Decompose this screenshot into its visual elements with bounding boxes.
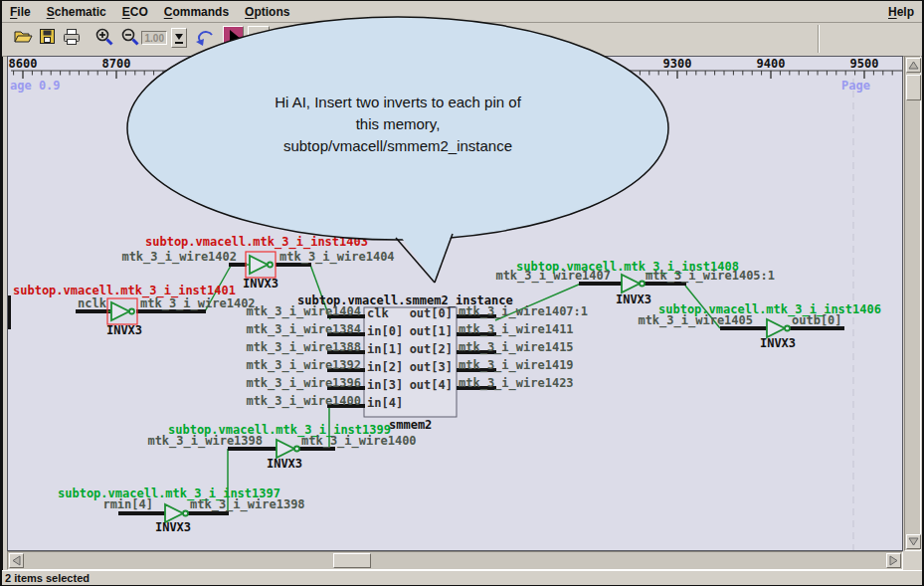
instance-inst1408[interactable]: subtop.vmacell.mtk_3_i_inst1408 mtk_3_i_… [495,260,775,306]
undo-icon[interactable] [195,29,217,47]
cell-label: INVX3 [243,277,278,291]
net-label: mtk_3_i_wire1400 [246,394,361,409]
net-label: mtk_3_i_wire1415 [459,340,574,355]
output-net-label: mtk_3_i_wire1400 [301,434,417,449]
ruler-label: 9400 [757,57,786,71]
memory-cell-label: smmem2 [389,418,432,432]
vertical-scrollbar[interactable] [904,56,921,551]
print-icon[interactable] [62,27,82,47]
vertical-scroll-thumb[interactable] [906,75,921,100]
toolbar-divider [818,25,819,53]
horizontal-scrollbar[interactable] [7,551,903,570]
scroll-up-button[interactable] [906,58,921,73]
cell-label: INVX3 [106,323,142,337]
menu-bar: File Schematic ECO Commands Options Help [2,1,922,23]
net-label: mtk_3_i_wire1407:1 [459,304,588,319]
scroll-down-button[interactable] [906,534,921,549]
net-label: mtk_3_i_wire1396 [246,376,361,391]
select-tool-button[interactable] [223,26,244,51]
zoom-out-icon[interactable] [120,27,140,49]
input-net-label: mtk_3_i_wire1402 [121,250,237,265]
cell-label: INVX3 [155,520,191,534]
output-net-label: mtk_3_i_wire1405:1 [646,269,775,284]
pin-label: in[3] [367,378,403,392]
output-net-label: outb[0] [792,313,842,327]
status-bar: 2 items selected [2,570,922,585]
pin-label: clk [367,306,389,320]
scroll-left-button[interactable] [9,553,24,568]
pin-label: out[0] [410,306,453,320]
schematic-editor-window: File Schematic ECO Commands Options Help [0,0,924,586]
zoom-in-icon[interactable] [94,27,114,49]
instance-label: subtop.vmacell.mtk_3_i_inst1403 [145,235,368,250]
menu-commands[interactable]: Commands [156,3,237,21]
pin-label: out[4] [410,378,453,392]
menu-help[interactable]: Help [880,3,922,21]
net-label: mtk_3_i_wire1404 [246,304,361,319]
pin-label: in[1] [367,342,403,356]
pin-label: out[2] [410,342,453,356]
down-arrow-icon [908,537,919,546]
status-text: 2 items selected [5,572,90,584]
pin-label: in[2] [367,360,403,374]
pin-label: in[0] [367,324,403,338]
page-edge-connector [8,295,11,329]
net-label: mtk_3_i_wire1411 [459,322,574,337]
pin-label: out[1] [410,324,453,338]
instance-inst1399[interactable]: subtop.vmacell.mtk_3_i_inst1399 mtk_3_i_… [147,423,416,471]
cell-label: INVX3 [267,457,302,471]
menu-eco[interactable]: ECO [114,3,156,21]
pin-label: in[4] [367,396,403,410]
net-label: mtk_3_i_wire1388 [246,340,361,355]
instance-inst1397[interactable]: subtop.vmacell.mtk_3_i_inst1397 rmin[4] … [58,487,305,534]
open-icon[interactable] [12,27,34,47]
menu-schematic[interactable]: Schematic [39,3,114,21]
input-net-label: mtk_3_i_wire1405 [638,313,753,328]
net-label: mtk_3_i_wire1419 [459,358,574,373]
net-label: mtk_3_i_wire1423 [459,376,574,391]
scroll-right-button[interactable] [886,553,901,568]
net-label: mtk_3_i_wire1392 [246,358,361,373]
save-icon[interactable] [39,27,57,47]
ruler-label: 8700 [102,57,131,71]
page-label-right: Page [841,79,870,93]
cell-label: INVX3 [760,336,796,350]
cell-label: INVX3 [616,293,651,306]
instance-inst1401[interactable]: subtop.vmacell.mtk_3_i_inst1401 nclk mtk… [13,284,256,337]
menu-file[interactable]: File [2,3,39,21]
output-net-label: mtk_3_i_wire1404 [279,250,395,265]
ruler-label: 8600 [9,57,38,71]
left-arrow-icon [12,555,21,566]
zoom-level-input[interactable] [141,31,167,45]
page-label-left: age 0.9 [10,79,61,93]
instance-inst1403[interactable]: subtop.vmacell.mtk_3_i_inst1403 mtk_3_i_… [121,235,394,291]
up-arrow-icon [908,61,919,70]
menu-options[interactable]: Options [237,3,297,21]
ruler: 8600 8700 9300 9400 9500 [9,57,902,79]
instance-inst1406[interactable]: subtop.vmacell.mtk_3_i_inst1406 mtk_3_i_… [638,302,881,350]
ruler-label: 9500 [850,57,879,71]
input-net-label: mtk_3_i_wire1407 [495,269,611,284]
net-label: mtk_3_i_wire1384 [246,322,361,337]
output-net-label: mtk_3_i_wire1398 [190,497,305,512]
schematic-canvas[interactable]: 8600 8700 9300 9400 9500 age 0.9 Page [7,56,903,551]
memory-instance-smmem2[interactable]: subtop.vmacell.smmem2_instance mtk_3_i_w… [246,293,588,432]
right-arrow-icon [889,555,898,566]
cursor-arrow-icon [224,27,243,50]
input-net-label: rmin[4] [102,497,153,511]
zoom-apply-button[interactable] [171,28,187,48]
output-net-label: mtk_3_i_wire1402 [140,296,256,311]
horizontal-scroll-thumb[interactable] [333,553,371,568]
toolbar [2,23,922,57]
input-net-label: mtk_3_i_wire1398 [147,434,263,449]
pin-label: out[3] [410,360,453,374]
hidden-tool-button[interactable] [248,26,270,51]
input-net-label: nclk [78,296,107,310]
ruler-label: 9300 [663,57,692,71]
